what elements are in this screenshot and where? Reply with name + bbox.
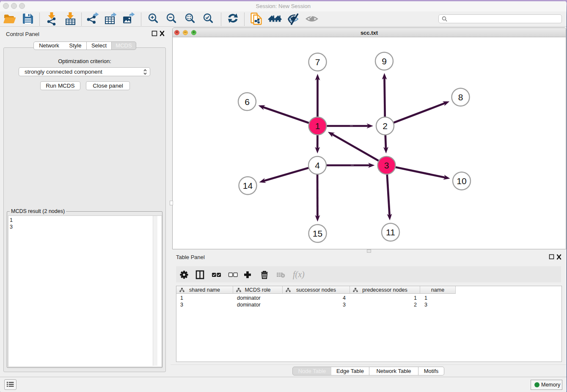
svg-text:8: 8: [458, 92, 463, 102]
svg-text:7: 7: [315, 57, 320, 67]
svg-text:4: 4: [315, 160, 320, 170]
svg-text:14: 14: [243, 181, 253, 190]
svg-text:2: 2: [383, 121, 388, 131]
svg-text:6: 6: [245, 97, 250, 107]
svg-text:3: 3: [384, 160, 389, 170]
svg-text:11: 11: [386, 227, 395, 237]
svg-text:10: 10: [457, 176, 466, 186]
svg-text:9: 9: [382, 56, 387, 66]
svg-text:f(x): f(x): [293, 270, 305, 279]
svg-text:1: 1: [315, 121, 320, 131]
svg-text:15: 15: [313, 229, 322, 238]
